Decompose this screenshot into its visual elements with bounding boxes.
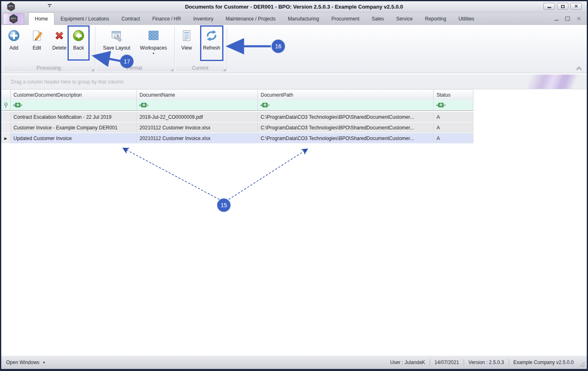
chevron-down-icon: ▼: [152, 52, 155, 55]
refresh-button[interactable]: Refresh: [200, 27, 223, 64]
cell-status: A: [434, 133, 473, 143]
view-button[interactable]: View: [175, 27, 198, 64]
group-caption-label: Current: [192, 65, 208, 71]
edit-button-label: Edit: [33, 45, 41, 51]
window-frame: BPO ▼ Documents for Customer - DER001 - …: [0, 0, 588, 371]
row-indicator-cell: [1, 122, 11, 133]
cell-description: Updated Customer Invoice: [11, 133, 137, 143]
add-icon: [7, 29, 20, 42]
decorative-swoosh: [517, 75, 587, 89]
header-status[interactable]: Status: [434, 89, 473, 100]
quick-access-dropdown-button[interactable]: ▼: [46, 4, 53, 10]
abc-filter-icon: aBc: [436, 103, 446, 107]
group-by-panel[interactable]: Drag a column header here to group by th…: [1, 75, 587, 89]
tab-home[interactable]: Home: [28, 12, 54, 25]
minimize-button[interactable]: [543, 3, 555, 10]
status-separator: [464, 359, 464, 366]
workspaces-icon: [147, 29, 160, 42]
group-caption-label: Processing: [36, 65, 61, 71]
header-document-path[interactable]: DocumentPath: [258, 89, 434, 100]
abc-filter-icon: aBc: [139, 103, 149, 107]
tab-finance-hr[interactable]: Finance / HR: [146, 12, 187, 25]
header-document-name[interactable]: DocumentName: [137, 89, 258, 100]
cell-document-path: C:\ProgramData\CO3 Technologies\BPO\Shar…: [258, 112, 434, 122]
header-customer-document-description[interactable]: CustomerDocumentDescription: [11, 89, 137, 100]
window-title: Documents for Customer - DER001 - BPO: V…: [75, 1, 513, 12]
resize-grip[interactable]: [579, 362, 585, 367]
filter-status[interactable]: aBc: [434, 100, 473, 110]
tab-maintenance-projects[interactable]: Maintenance / Projects: [220, 12, 282, 25]
group-caption-current: Current: [176, 64, 224, 71]
minimize-icon: [554, 20, 559, 21]
filter-document-name[interactable]: aBc: [137, 100, 258, 110]
maximize-icon: [561, 5, 565, 8]
table-row-selected[interactable]: ▶ Updated Customer Invoice 20210112 Cust…: [1, 133, 473, 144]
header-indicator-cell: [1, 89, 11, 100]
abc-filter-icon: aBc: [13, 103, 23, 107]
workspaces-button[interactable]: Workspaces ▼: [139, 27, 168, 64]
close-button[interactable]: ✕: [570, 3, 582, 10]
status-company: Example Company v2.5.0.0: [514, 360, 574, 365]
callout-17: 17: [120, 55, 133, 68]
filter-document-path[interactable]: aBc: [258, 100, 434, 110]
grid-header-row: CustomerDocumentDescription DocumentName…: [1, 89, 473, 100]
cell-description: Customer Invoice - Example Company DER00…: [11, 122, 137, 133]
edit-button[interactable]: Edit: [25, 27, 48, 64]
edit-icon: [30, 29, 43, 42]
group-caption-processing: Processing: [5, 64, 92, 71]
application-menu-button[interactable]: BPO: [3, 13, 24, 25]
refresh-button-label: Refresh: [203, 45, 220, 51]
table-row[interactable]: Contract Escalation Notification - 22 Ju…: [1, 112, 473, 122]
minimize-icon: [547, 7, 551, 8]
app-logo-icon: BPO: [9, 14, 18, 24]
tab-reporting[interactable]: Reporting: [419, 12, 452, 25]
save-layout-button-label: Save Layout: [103, 45, 131, 51]
delete-icon: [53, 29, 66, 42]
save-layout-icon: [110, 29, 123, 42]
cell-document-path: C:\ProgramData\CO3 Technologies\BPO\Shar…: [258, 122, 434, 133]
tab-service[interactable]: Service: [390, 12, 419, 25]
add-button[interactable]: Add: [2, 27, 25, 64]
back-button-label: Back: [73, 45, 84, 51]
tab-inventory[interactable]: Inventory: [187, 12, 219, 25]
restore-icon: [565, 16, 570, 21]
close-icon: ✕: [574, 4, 578, 9]
tab-contract[interactable]: Contract: [115, 12, 146, 25]
tab-procurement[interactable]: Procurement: [325, 12, 366, 25]
mdi-minimize-button[interactable]: [554, 17, 559, 21]
group-separator: [227, 27, 227, 71]
maximize-button[interactable]: [557, 3, 568, 10]
title-bar: BPO ▼ Documents for Customer - DER001 - …: [1, 1, 587, 12]
open-windows-label: Open Windows: [6, 360, 39, 365]
ribbon-collapse-button[interactable]: [575, 66, 583, 71]
callout-16: 16: [272, 40, 285, 53]
back-button[interactable]: Back: [67, 27, 90, 64]
svg-text:BPO: BPO: [9, 5, 14, 7]
ribbon: Processing Format Current: [1, 25, 587, 73]
table-row[interactable]: Customer Invoice - Example Company DER00…: [1, 122, 473, 133]
status-separator: [509, 359, 509, 366]
open-windows-button[interactable]: Open Windows ▼: [6, 360, 45, 365]
app-logo-icon: BPO: [6, 2, 16, 13]
dialog-launcher-icon: [223, 68, 226, 71]
view-icon: [180, 29, 193, 42]
tab-equipment-locations[interactable]: Equipment / Locations: [54, 12, 115, 25]
tab-manufacturing[interactable]: Manufacturing: [282, 12, 325, 25]
dialog-launcher-icon: [91, 68, 94, 71]
status-user: User : JulandaK: [390, 360, 425, 365]
ribbon-tab-bar: BPO Home Equipment / Locations Contract …: [1, 12, 587, 25]
status-date: 14/07/2021: [435, 360, 459, 365]
cell-document-name: 2019-Jul-22_CO0000009.pdf: [137, 112, 258, 122]
filter-customer-document-description[interactable]: aBc: [11, 100, 137, 110]
chevron-up-icon: [575, 66, 583, 71]
tab-utilities[interactable]: Utilities: [452, 12, 480, 25]
mdi-close-button[interactable]: ✕: [577, 16, 581, 21]
view-button-label: View: [181, 45, 192, 51]
cell-description: Contract Escalation Notification - 22 Ju…: [11, 112, 137, 122]
pin-icon: [4, 102, 8, 108]
tab-sales[interactable]: Sales: [365, 12, 390, 25]
current-row-arrow-icon: ▶: [5, 136, 7, 140]
svg-text:BPO: BPO: [11, 17, 16, 20]
mdi-restore-button[interactable]: [565, 16, 570, 21]
status-bar: Open Windows ▼ User : JulandaK 14/07/202…: [1, 355, 587, 369]
